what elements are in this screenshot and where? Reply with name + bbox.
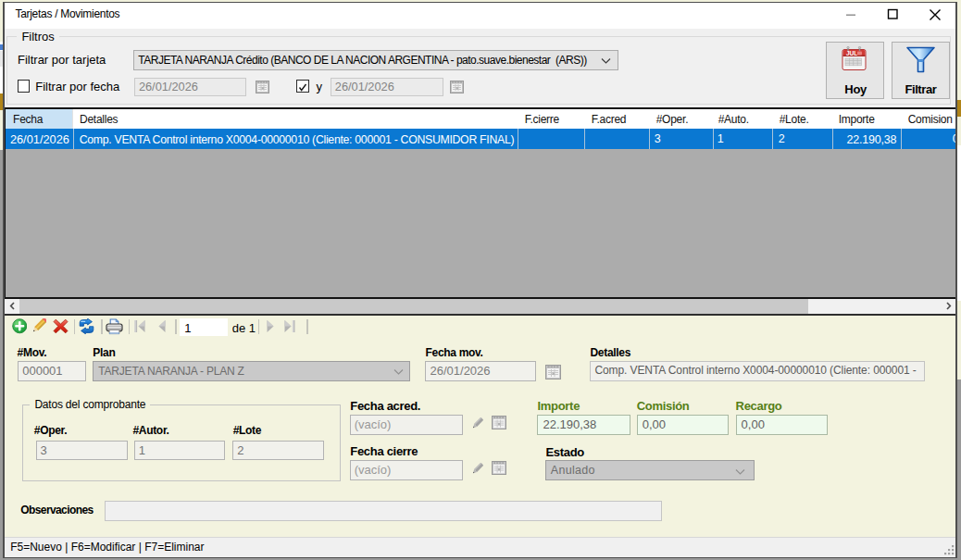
svg-text:JUL: JUL [846,50,857,56]
